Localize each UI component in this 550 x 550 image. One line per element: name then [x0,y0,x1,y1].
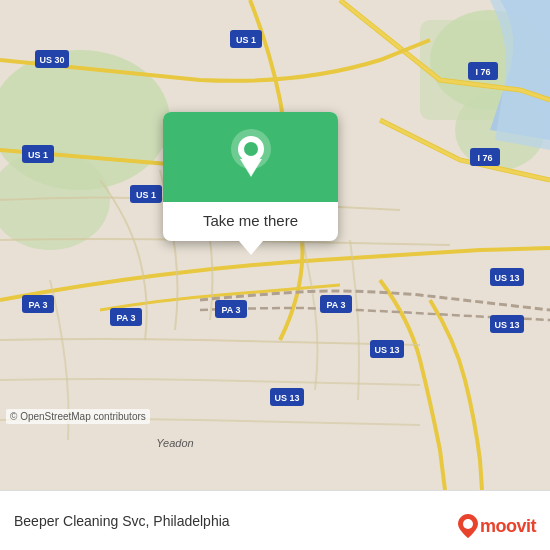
moovit-text-label: moovit [480,516,536,537]
map-container: US 30 US 1 US 1 US 1 I 76 I 76 PA 3 PA 3… [0,0,550,490]
svg-text:Yeadon: Yeadon [156,437,193,449]
svg-text:US 13: US 13 [274,393,299,403]
svg-text:US 1: US 1 [28,150,48,160]
svg-text:US 30: US 30 [39,55,64,65]
svg-text:US 13: US 13 [494,320,519,330]
moovit-m: m [480,516,496,536]
svg-point-37 [244,142,258,156]
svg-text:US 13: US 13 [374,345,399,355]
svg-text:US 13: US 13 [494,273,519,283]
svg-text:I 76: I 76 [477,153,492,163]
svg-text:US 1: US 1 [236,35,256,45]
callout-label[interactable]: Take me there [189,202,312,241]
moovit-pin-icon [456,512,480,540]
bottom-bar: Beeper Cleaning Svc, Philadelphia moovit [0,490,550,550]
callout-green-area [163,112,338,202]
map-attribution: © OpenStreetMap contributors [6,409,150,424]
svg-text:PA 3: PA 3 [326,300,345,310]
location-pin-icon [226,127,276,187]
svg-text:US 1: US 1 [136,190,156,200]
svg-text:I 76: I 76 [475,67,490,77]
place-name: Beeper Cleaning Svc, Philadelphia [14,513,230,529]
svg-text:PA 3: PA 3 [116,313,135,323]
moovit-logo: moovit [456,512,536,540]
svg-point-40 [463,519,473,529]
callout-tooltip[interactable]: Take me there [163,112,338,241]
svg-text:PA 3: PA 3 [28,300,47,310]
svg-text:PA 3: PA 3 [221,305,240,315]
moovit-rest: oovit [496,516,537,536]
